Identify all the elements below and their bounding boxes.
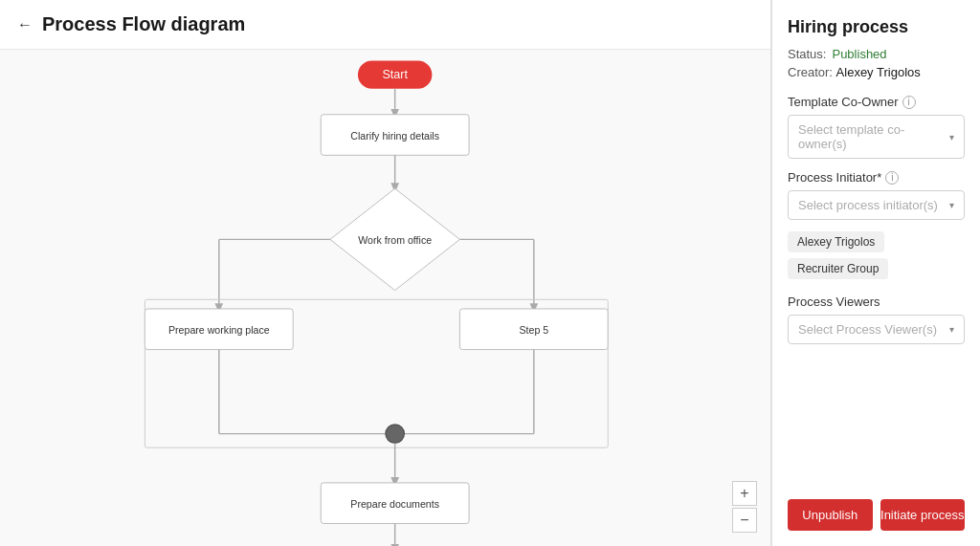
- status-label: Status:: [788, 47, 826, 61]
- svg-text:Work from office: Work from office: [358, 234, 432, 246]
- initiate-button[interactable]: Initiate process: [880, 499, 966, 531]
- initiator-tags: Alexey Trigolos Recruiter Group: [788, 231, 965, 279]
- svg-text:Step 5: Step 5: [519, 324, 548, 336]
- status-value: Published: [832, 47, 886, 61]
- diagram-svg: Start Clarify hiring details Work from o…: [99, 50, 673, 546]
- back-arrow-icon[interactable]: ←: [17, 16, 33, 33]
- zoom-controls: + −: [732, 481, 757, 533]
- initiator-placeholder: Select process initiator(s): [798, 198, 938, 212]
- viewers-dropdown[interactable]: Select Process Viewer(s) ▾: [788, 315, 965, 344]
- tag-recruiter[interactable]: Recruiter Group: [788, 258, 888, 279]
- viewers-placeholder: Select Process Viewer(s): [798, 322, 937, 337]
- left-panel: ← Process Flow diagram Start Clarify hir…: [0, 0, 771, 546]
- diagram-canvas: Start Clarify hiring details Work from o…: [99, 50, 673, 546]
- initiator-label: Process Initiator* i: [788, 170, 965, 185]
- initiator-chevron-icon: ▾: [949, 200, 954, 210]
- svg-text:Prepare documents: Prepare documents: [350, 498, 439, 510]
- co-owner-placeholder: Select template co-owner(s): [798, 122, 949, 151]
- right-panel: Hiring process Status: Published Creator…: [771, 0, 980, 546]
- svg-text:Clarify hiring details: Clarify hiring details: [350, 130, 439, 142]
- co-owner-label: Template Co-Owner i: [788, 95, 965, 109]
- diagram-area: Start Clarify hiring details Work from o…: [0, 50, 770, 546]
- co-owner-dropdown[interactable]: Select template co-owner(s) ▾: [788, 115, 965, 159]
- zoom-out-button[interactable]: −: [732, 508, 757, 533]
- panel-title: Hiring process: [788, 17, 965, 37]
- zoom-in-button[interactable]: +: [732, 481, 757, 506]
- svg-text:Prepare working place: Prepare working place: [167, 324, 269, 336]
- co-owner-chevron-icon: ▾: [949, 132, 954, 142]
- viewers-label: Process Viewers: [788, 295, 965, 309]
- svg-text:Start: Start: [382, 68, 408, 81]
- viewers-chevron-icon: ▾: [949, 324, 954, 335]
- bottom-buttons: Unpublish Initiate process: [788, 499, 965, 531]
- creator-row: Creator: Alexey Trigolos: [788, 65, 965, 79]
- status-row: Status: Published: [788, 47, 965, 61]
- initiator-dropdown[interactable]: Select process initiator(s) ▾: [788, 190, 965, 220]
- creator-label: Creator:: [788, 65, 833, 79]
- page-title: Process Flow diagram: [42, 13, 245, 35]
- unpublish-button[interactable]: Unpublish: [788, 499, 873, 531]
- header: ← Process Flow diagram: [0, 0, 770, 50]
- svg-point-21: [386, 425, 404, 443]
- initiator-info-icon[interactable]: i: [885, 171, 899, 185]
- creator-name: Alexey Trigolos: [836, 65, 921, 79]
- co-owner-info-icon[interactable]: i: [902, 96, 916, 109]
- tag-alexey[interactable]: Alexey Trigolos: [788, 231, 884, 252]
